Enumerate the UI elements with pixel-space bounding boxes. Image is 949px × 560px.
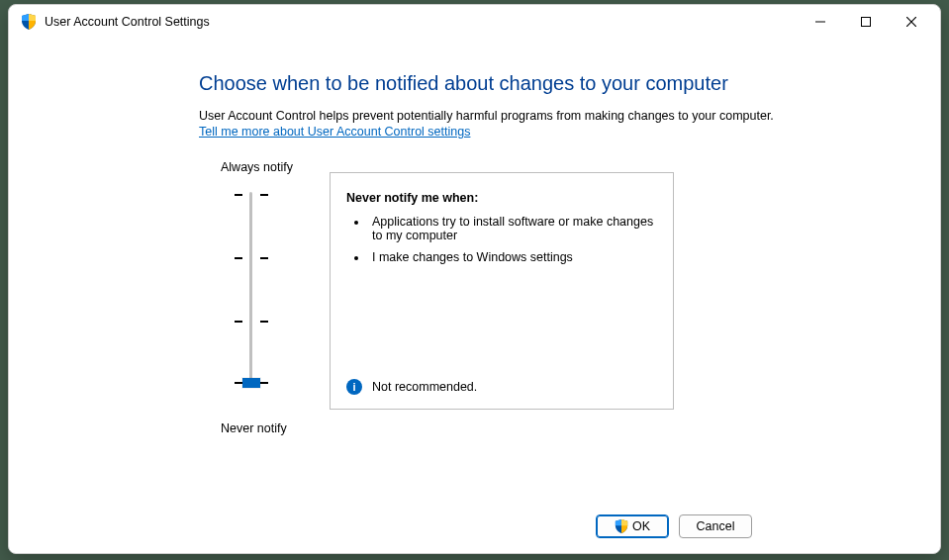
maximize-icon (861, 17, 871, 27)
page-description: User Account Control helps prevent poten… (199, 109, 940, 123)
slider-tick (235, 321, 242, 323)
slider-tick (235, 382, 242, 384)
uac-settings-window: User Account Control Settings Choose whe… (8, 4, 941, 554)
svg-rect-0 (862, 18, 871, 27)
close-icon (906, 17, 916, 27)
panel-bullet-list: Applications try to install software or … (346, 215, 657, 272)
cancel-button-label: Cancel (697, 519, 735, 533)
slider-tick (235, 194, 242, 196)
uac-shield-icon (21, 14, 37, 30)
notification-description-panel: Never notify me when: Applications try t… (330, 172, 674, 410)
slider-track (249, 192, 252, 384)
slider-tick (260, 321, 268, 323)
slider-area: Always notify Never notify Never notify … (199, 160, 940, 457)
content-area: Choose when to be notified about changes… (9, 39, 940, 500)
help-link[interactable]: Tell me more about User Account Control … (199, 125, 470, 139)
uac-shield-icon (615, 519, 628, 533)
panel-bullet-item: Applications try to install software or … (368, 215, 657, 242)
minimize-icon (815, 17, 825, 27)
window-title: User Account Control Settings (45, 15, 210, 29)
slider-tick (260, 194, 268, 196)
slider-label-never-notify: Never notify (221, 421, 287, 435)
slider-tick (260, 257, 268, 259)
close-button[interactable] (889, 6, 934, 38)
slider-thumb[interactable] (242, 378, 260, 388)
info-icon: i (346, 379, 362, 395)
panel-bullet-item: I make changes to Windows settings (368, 250, 657, 264)
ok-button[interactable]: OK (596, 514, 669, 538)
cancel-button[interactable]: Cancel (679, 514, 752, 538)
titlebar: User Account Control Settings (9, 5, 940, 39)
ok-button-label: OK (632, 519, 650, 533)
dialog-footer: OK Cancel (9, 500, 940, 553)
panel-footer-text: Not recommended. (372, 380, 477, 394)
slider-label-always-notify: Always notify (221, 160, 293, 174)
notification-level-slider[interactable] (221, 188, 280, 394)
maximize-button[interactable] (843, 6, 889, 38)
page-heading: Choose when to be notified about changes… (199, 72, 940, 95)
slider-tick (235, 257, 242, 259)
minimize-button[interactable] (798, 6, 843, 38)
panel-footer: i Not recommended. (346, 379, 657, 395)
panel-title: Never notify me when: (346, 191, 657, 205)
slider-tick (260, 382, 268, 384)
